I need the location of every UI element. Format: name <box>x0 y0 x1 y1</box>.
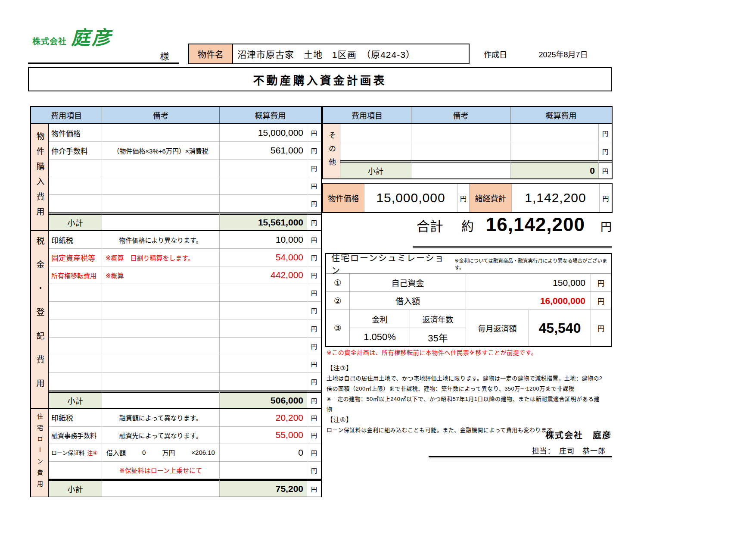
row-remark <box>411 142 510 160</box>
remark-part: 借入額 <box>106 448 126 457</box>
section-housing-loan: 住宅ローン費用 印紙税 融資額によって異なります。 20,200 円 融資事務手… <box>31 408 321 497</box>
yen-unit: 円 <box>307 249 321 266</box>
yen-unit: 円 <box>307 409 321 427</box>
loan-row2-no: ② <box>326 292 350 310</box>
row-remark <box>102 284 220 302</box>
row-item-note: 注④ <box>87 448 98 457</box>
yen-unit: 円 <box>599 124 612 142</box>
yen-unit: 円 <box>307 391 321 408</box>
yen-unit: 円 <box>457 184 470 212</box>
property-name-box: 物件名 沼津市原古家 土地 1区画 （原424-3） <box>188 44 470 64</box>
row-amount <box>220 302 307 319</box>
row-item <box>49 177 102 195</box>
document-page: 株式会社 庭彦 様 物件名 沼津市原古家 土地 1区画 （原424-3） 作成日… <box>0 0 756 535</box>
yen-unit: 円 <box>591 310 611 346</box>
subtotal-label: 小計 <box>340 160 411 178</box>
row-remark <box>102 319 220 337</box>
yen-unit: 円 <box>307 319 321 337</box>
row-remark: ※保証料はローン上乗せにて <box>102 462 220 479</box>
header-cell-remark: 備考 <box>411 107 510 123</box>
loan-row2-value: 16,000,000 <box>466 292 591 310</box>
row-amount: 561,000 <box>220 142 307 160</box>
row-remark <box>411 124 510 142</box>
yen-unit: 円 <box>307 195 321 213</box>
remark-part: 万円 <box>162 448 175 457</box>
row-remark <box>102 195 220 213</box>
loan-years-value: 35年 <box>410 328 466 346</box>
row-item <box>49 302 102 319</box>
subtotal-amount: 0 <box>510 160 599 178</box>
section-tax-registration: 税金・登記費用 印紙税 物件価格により異なります。 10,000 円 固定資産税… <box>31 230 321 408</box>
summary-price-value: 15,000,000 <box>364 184 457 212</box>
row-amount: 442,000 <box>220 266 307 284</box>
row-item <box>49 355 102 373</box>
yen-unit: 円 <box>307 302 321 319</box>
loan-simulation-box: 住宅ローンシュミレーション ※金利については融資商品・融資実行月により異なる場合… <box>325 253 612 347</box>
yen-unit: 円 <box>600 184 612 212</box>
row-remark <box>102 302 220 319</box>
subtotal-amount: 15,561,000 <box>220 213 307 230</box>
yen-unit: 円 <box>307 142 321 160</box>
subtotal-label: 小計 <box>49 391 102 408</box>
row-item <box>49 319 102 337</box>
remark-part: 0 <box>142 449 146 456</box>
property-name-label: 物件名 <box>189 44 233 63</box>
yen-unit: 円 <box>307 266 321 284</box>
yen-unit: 円 <box>591 292 611 310</box>
left-table-header: 費用項目 備考 概算費用 <box>31 107 321 124</box>
subtotal-amount: 75,200 <box>220 479 307 497</box>
loan-row1-value: 150,000 <box>466 274 591 292</box>
header-cell-amount: 概算費用 <box>220 107 321 123</box>
subtotal-label: 小計 <box>49 479 102 497</box>
yen-unit: 円 <box>307 479 321 497</box>
yen-unit: 円 <box>307 284 321 302</box>
grand-total-underline <box>413 246 612 248</box>
loan-row1-label: 自己資金 <box>350 274 466 292</box>
row-item: ローン保証料 注④ <box>49 444 102 462</box>
footer-staff: 担当： 庄司 恭一郎 <box>431 445 606 456</box>
row-item: 印紙税 <box>49 231 102 249</box>
section-label-housing-loan: 住宅ローン費用 <box>31 409 49 497</box>
row-item: 仲介手数料 <box>49 142 102 160</box>
left-cost-table: 費用項目 備考 概算費用 物件購入費用 物件価格 15,000,000 円 仲介… <box>30 106 322 497</box>
row-remark <box>102 355 220 373</box>
row-item: 所有権移転費用 <box>49 266 102 284</box>
row-item <box>49 160 102 177</box>
loan-row1-no: ① <box>326 274 350 292</box>
remark-part: ×206.10 <box>191 449 215 456</box>
note-premise: ※この資金計画は、所有権移転前に本物件へ住民票を移すことが前提です。 <box>327 347 613 358</box>
yen-unit: 円 <box>307 231 321 249</box>
company-logo-name: 庭彦 <box>71 22 112 50</box>
row-item <box>49 462 102 479</box>
loan-simulation-grid: ① 自己資金 150,000 円 ② 借入額 16,000,000 円 ③ 金利… <box>326 274 611 346</box>
row-remark: ※概算 <box>102 266 220 284</box>
grand-total-row: 合計 約 16,142,200 円 <box>405 214 612 242</box>
row-amount: 15,000,000 <box>220 124 307 142</box>
grand-total-approx: 約 <box>461 216 474 235</box>
company-logo: 株式会社 庭彦 <box>32 22 112 50</box>
footer-signature-line <box>429 456 612 459</box>
summary-price-box: 物件価格 15,000,000 円 諸経費計 1,142,200 円 <box>322 183 613 213</box>
right-table-header: 費用項目 備考 概算費用 <box>323 107 612 124</box>
yen-unit: 円 <box>599 160 612 178</box>
created-date-value: 2025年8月7日 <box>523 44 603 64</box>
note3-line4: 物 <box>327 404 613 415</box>
row-amount: 54,000 <box>220 249 307 266</box>
yen-unit: 円 <box>307 373 321 391</box>
loan-simulation-title-row: 住宅ローンシュミレーション ※金利については融資商品・融資実行月により異なる場合… <box>326 254 611 274</box>
customer-honorific: 様 <box>152 47 177 64</box>
note3-line2: 倍の面積（200㎡上限）まで非課税、建物：築年数によって異なり、350万～120… <box>327 384 613 394</box>
property-name-value: 沼津市原古家 土地 1区画 （原424-3） <box>233 44 469 63</box>
yen-unit: 円 <box>307 427 321 444</box>
subtotal-amount: 506,000 <box>220 391 307 408</box>
yen-unit: 円 <box>600 218 612 234</box>
row-remark: 融資先によって異なります。 <box>102 427 220 444</box>
summary-costs-value: 1,142,200 <box>512 184 600 212</box>
row-amount <box>220 319 307 337</box>
doc-title-box: 不動産購入資金計画表 <box>28 67 612 91</box>
yen-unit: 円 <box>307 355 321 373</box>
yen-unit: 円 <box>307 338 321 355</box>
summary-costs-label: 諸経費計 <box>470 184 512 212</box>
row-item <box>49 338 102 355</box>
note3-line1: 土地は自己の居住用土地で、かつ宅地評価土地に限ります。建物は一定の建物で減税措置… <box>327 373 613 384</box>
